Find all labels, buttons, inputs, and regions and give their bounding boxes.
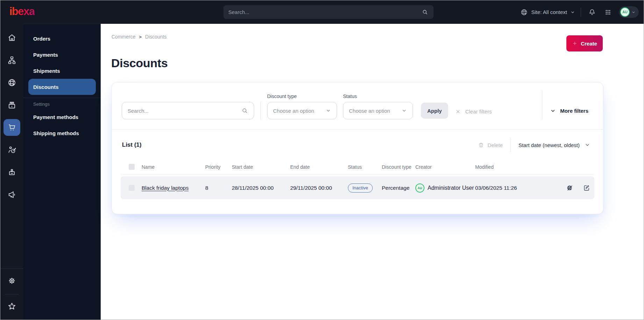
filter-search[interactable] bbox=[122, 102, 254, 119]
search-icon[interactable] bbox=[421, 8, 429, 16]
creator-name: Administrator User bbox=[428, 185, 474, 191]
column-header-modified: Modified bbox=[475, 164, 556, 170]
sidebar-section-label: Settings bbox=[33, 102, 91, 107]
bookmarks-star-icon[interactable] bbox=[3, 298, 20, 315]
delete-button[interactable]: Delete bbox=[478, 142, 503, 148]
trash-icon bbox=[478, 142, 484, 148]
breadcrumb-commerce[interactable]: Commerce bbox=[112, 34, 135, 40]
modified-cell: 03/06/2025 11:26 bbox=[475, 185, 556, 191]
create-button[interactable]: Create bbox=[566, 35, 603, 51]
discount-type-cell: Percentage bbox=[382, 185, 415, 191]
sidebar-item-label: Shipments bbox=[33, 68, 60, 74]
user-menu[interactable]: AU bbox=[619, 6, 639, 18]
sidebar-item-shipping-methods[interactable]: Shipping methods bbox=[28, 125, 96, 141]
search-icon[interactable] bbox=[241, 107, 248, 114]
row-actions bbox=[556, 184, 594, 192]
sidebar-item-shipments[interactable]: Shipments bbox=[28, 63, 96, 79]
sidebar-item-label: Payments bbox=[33, 52, 58, 58]
content-tree-icon[interactable] bbox=[3, 52, 20, 69]
column-header-start-date: Start date bbox=[232, 164, 290, 170]
column-header-priority: Priority bbox=[205, 164, 232, 170]
status-filter: Status Choose an option bbox=[343, 93, 413, 119]
column-header-status: Status bbox=[348, 164, 382, 170]
site-context-label: Site: All context bbox=[531, 9, 567, 15]
column-header-creator: Creator bbox=[415, 164, 475, 170]
apply-button[interactable]: Apply bbox=[421, 103, 448, 119]
filter-search-input[interactable] bbox=[128, 108, 241, 114]
filter-divider bbox=[542, 91, 542, 119]
more-filters-button[interactable]: More filters bbox=[550, 108, 588, 114]
discount-type-value: Choose an option bbox=[273, 108, 314, 114]
sidebar-item-payments[interactable]: Payments bbox=[28, 47, 96, 63]
global-search[interactable] bbox=[223, 5, 434, 19]
sidebar-item-orders[interactable]: Orders bbox=[28, 30, 96, 47]
discount-type-filter: Discount type Choose an option bbox=[267, 93, 337, 119]
site-context-selector[interactable]: Site: All context bbox=[520, 8, 575, 16]
rail-divider bbox=[0, 269, 23, 269]
chevron-down-icon bbox=[401, 108, 407, 113]
more-filters-label: More filters bbox=[560, 108, 588, 114]
site-globe-icon bbox=[520, 8, 528, 16]
row-checkbox[interactable] bbox=[129, 185, 135, 191]
creator-cell: AU Administrator User bbox=[415, 183, 475, 193]
edit-icon[interactable] bbox=[583, 184, 590, 192]
status-label: Status bbox=[343, 93, 413, 99]
app-window: ibexa Site: All context bbox=[0, 0, 644, 320]
notifications-bell-icon[interactable] bbox=[587, 7, 597, 18]
clear-filters-button[interactable]: Clear filters bbox=[455, 109, 492, 114]
list-title: List (1) bbox=[122, 141, 142, 148]
create-button-label: Create bbox=[581, 41, 597, 47]
sidebar-item-discounts[interactable]: Discounts bbox=[28, 79, 96, 95]
products-icon[interactable] bbox=[3, 97, 20, 113]
chevron-down-icon bbox=[550, 108, 556, 114]
global-search-input[interactable] bbox=[228, 9, 421, 15]
filters-section: Discount type Choose an option Status Ch… bbox=[112, 82, 603, 130]
icon-rail bbox=[0, 24, 23, 320]
discount-type-select[interactable]: Choose an option bbox=[267, 102, 337, 119]
sidebar-item-label: Orders bbox=[33, 36, 50, 42]
top-bar: ibexa Site: All context bbox=[0, 0, 644, 24]
topbar-divider bbox=[581, 8, 581, 17]
breadcrumb: Commerce > Discounts bbox=[112, 34, 167, 40]
users-badge-icon[interactable] bbox=[3, 164, 20, 181]
home-icon[interactable] bbox=[3, 29, 20, 46]
rail-divider bbox=[5, 294, 19, 294]
commerce-cart-icon[interactable] bbox=[3, 119, 20, 136]
creator-avatar: AU bbox=[415, 183, 424, 193]
page-title: Discounts bbox=[111, 56, 168, 70]
sidebar-item-label: Discounts bbox=[33, 84, 59, 90]
sort-selector[interactable]: Start date (newest, oldest) bbox=[518, 142, 590, 148]
list-header-divider bbox=[510, 138, 511, 152]
discounts-card: Discount type Choose an option Status Ch… bbox=[112, 82, 603, 214]
status-value: Choose an option bbox=[349, 108, 390, 114]
filter-divider bbox=[260, 102, 261, 119]
end-date-cell: 29/11/2025 00:00 bbox=[290, 185, 348, 191]
table-header: Name Priority Start date End date Status… bbox=[121, 160, 594, 174]
app-grid-icon[interactable] bbox=[603, 7, 613, 18]
column-header-discount-type: Discount type bbox=[382, 164, 415, 170]
clear-filters-label: Clear filters bbox=[465, 109, 492, 114]
select-all-checkbox[interactable] bbox=[129, 164, 135, 170]
commerce-sidebar: Orders Payments Shipments Discounts Sett… bbox=[23, 24, 101, 320]
ibexa-logo: ibexa bbox=[9, 5, 35, 18]
sidebar-item-label: Shipping methods bbox=[33, 130, 79, 136]
status-select[interactable]: Choose an option bbox=[343, 102, 413, 119]
sidebar-divider bbox=[23, 98, 101, 98]
marketing-megaphone-icon[interactable] bbox=[3, 186, 20, 203]
sidebar-item-payment-methods[interactable]: Payment methods bbox=[28, 109, 96, 125]
site-view-disabled-icon[interactable] bbox=[566, 184, 574, 192]
plus-icon bbox=[572, 41, 578, 46]
settings-gear-icon[interactable] bbox=[3, 272, 20, 289]
column-header-name: Name bbox=[142, 164, 205, 170]
priority-cell: 8 bbox=[205, 185, 232, 191]
list-header: List (1) Delete Start date (newest, olde… bbox=[121, 138, 594, 152]
personalization-icon[interactable] bbox=[3, 141, 20, 158]
delete-button-label: Delete bbox=[488, 142, 503, 148]
sidebar-item-label: Payment methods bbox=[33, 114, 78, 120]
status-badge: Inactive bbox=[348, 183, 373, 193]
close-icon bbox=[455, 109, 461, 114]
chevron-down-icon bbox=[585, 142, 590, 148]
discount-name-link[interactable]: Black friday laptops bbox=[142, 185, 205, 191]
site-icon[interactable] bbox=[3, 74, 20, 91]
breadcrumb-discounts[interactable]: Discounts bbox=[145, 34, 166, 40]
